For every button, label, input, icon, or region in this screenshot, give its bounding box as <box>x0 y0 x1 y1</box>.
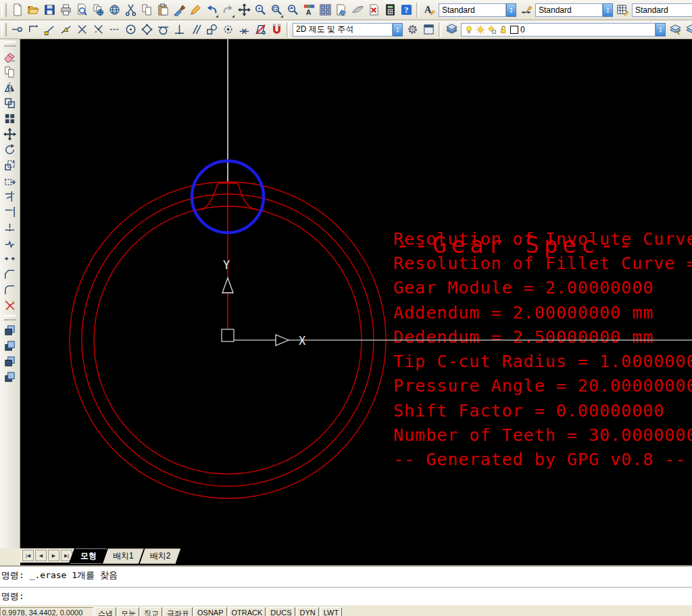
save-button[interactable] <box>41 1 57 19</box>
paste-button[interactable] <box>155 1 171 19</box>
temporary-track-point-button[interactable] <box>9 21 25 39</box>
zoom-previous-button[interactable] <box>285 1 301 19</box>
table-style-button[interactable] <box>614 1 631 19</box>
markup-set-manager-button[interactable] <box>366 1 382 19</box>
layer-previous-button[interactable] <box>683 21 692 39</box>
grid-toggle[interactable]: 모눈 <box>118 607 139 616</box>
drawing-canvas[interactable]: --Gear Spec-- Resolution of Involute Cur… <box>20 39 692 548</box>
toolbar-grip[interactable] <box>1 23 7 37</box>
snap-toggle[interactable]: 스냅 <box>95 607 116 616</box>
undo-button[interactable] <box>203 1 220 19</box>
break-button[interactable] <box>1 235 19 251</box>
table-style-combo[interactable]: Standard ▲▼ <box>632 3 692 17</box>
draworder-under-button[interactable] <box>1 369 19 385</box>
snap-extension-button[interactable] <box>106 21 122 39</box>
new-button[interactable] <box>9 1 25 19</box>
dim-style-spinner[interactable]: ▲▼ <box>603 3 613 17</box>
draworder-front-button[interactable] <box>1 323 19 338</box>
break-at-point-button[interactable] <box>1 220 19 235</box>
toolbar-grip[interactable] <box>1 3 7 17</box>
quickcalc-button[interactable] <box>382 1 398 19</box>
draworder-above-button[interactable] <box>1 354 19 369</box>
layer-combo[interactable]: 0 ▲▼ <box>461 23 666 37</box>
layer-properties-button[interactable] <box>443 21 460 39</box>
stretch-button[interactable] <box>1 173 19 189</box>
open-button[interactable] <box>25 1 41 19</box>
match-properties-button[interactable] <box>171 1 187 19</box>
trim-button[interactable] <box>1 189 19 204</box>
rotate-button[interactable] <box>1 142 19 158</box>
dyn-toggle[interactable]: DYN <box>297 607 319 616</box>
array-button[interactable] <box>1 111 19 126</box>
layer-sun-icon[interactable] <box>476 25 485 34</box>
copy-button[interactable] <box>139 1 155 19</box>
tool-palettes-button[interactable] <box>333 1 349 19</box>
draworder-back-button[interactable] <box>1 338 19 354</box>
tab-layout2[interactable]: 배치2 <box>140 548 181 564</box>
toolbar-grip[interactable] <box>4 315 16 321</box>
3d-dwf-button[interactable] <box>106 1 122 19</box>
copy-object-button[interactable] <box>1 64 19 80</box>
designcenter-button[interactable] <box>317 1 333 19</box>
zoom-realtime-button[interactable] <box>252 1 268 19</box>
fillet-button[interactable] <box>1 282 19 298</box>
ducs-toggle[interactable]: DUCS <box>267 607 295 616</box>
snap-apparent-intersection-button[interactable] <box>90 21 106 39</box>
workspace-save-button[interactable] <box>420 21 437 39</box>
osnap-settings-button[interactable] <box>268 21 285 39</box>
snap-node-button[interactable] <box>220 21 236 39</box>
plot-button[interactable] <box>57 1 74 19</box>
pan-button[interactable] <box>236 1 252 19</box>
layer-viewport-freeze-icon[interactable] <box>487 25 497 34</box>
layer-spinner[interactable]: ▲▼ <box>656 23 666 37</box>
snap-none-button[interactable] <box>252 21 268 39</box>
join-button[interactable] <box>1 251 19 266</box>
text-style-button[interactable] <box>421 1 437 19</box>
coordinate-display[interactable]: 0.9978, 34.4402, 0.0000 <box>0 607 93 616</box>
erase-button[interactable] <box>1 49 19 64</box>
text-style-spinner[interactable]: ▲▼ <box>506 3 516 17</box>
otrack-toggle[interactable]: OTRACK <box>228 607 266 616</box>
ortho-toggle[interactable]: 직교 <box>141 607 162 616</box>
workspace-settings-button[interactable] <box>404 21 420 39</box>
osnap-toggle[interactable]: OSNAP <box>194 607 227 616</box>
tab-next-button[interactable]: ▶ <box>48 550 59 561</box>
polar-toggle[interactable]: 극좌표 <box>164 607 193 616</box>
layer-bulb-icon[interactable] <box>464 25 474 34</box>
snap-center-button[interactable] <box>122 21 139 39</box>
toolbar-grip[interactable] <box>4 41 16 47</box>
sheet-set-manager-button[interactable] <box>349 1 366 19</box>
properties-palette-button[interactable] <box>301 1 317 19</box>
tab-model[interactable]: 모형 <box>70 548 107 564</box>
tab-first-button[interactable]: |◀ <box>22 550 34 561</box>
publish-button[interactable] <box>90 1 106 19</box>
snap-parallel-button[interactable] <box>187 21 203 39</box>
chamfer-button[interactable] <box>1 266 19 282</box>
dim-style-button[interactable] <box>518 1 534 19</box>
layer-lock-icon[interactable] <box>499 25 508 34</box>
block-editor-button[interactable] <box>187 1 203 19</box>
mirror-button[interactable] <box>1 80 19 95</box>
scale-button[interactable] <box>1 158 19 173</box>
help-button[interactable] <box>398 1 414 19</box>
snap-tangent-button[interactable] <box>155 21 171 39</box>
workspace-combo[interactable]: 2D 제도 및 주석 ▲▼ <box>293 23 403 37</box>
dim-style-combo[interactable]: Standard ▲▼ <box>535 3 613 17</box>
snap-insert-button[interactable] <box>203 21 220 39</box>
extend-button[interactable] <box>1 204 19 220</box>
snap-intersection-button[interactable] <box>74 21 90 39</box>
command-prompt-line[interactable]: 명령: <box>0 587 692 605</box>
plot-preview-button[interactable] <box>74 1 90 19</box>
lwt-toggle[interactable]: LWT <box>320 607 342 616</box>
snap-perpendicular-button[interactable] <box>171 21 187 39</box>
snap-quadrant-button[interactable] <box>139 21 155 39</box>
move-button[interactable] <box>1 126 19 142</box>
command-window[interactable]: 명령: _.erase 1개를 찾음 명령: <box>0 565 692 605</box>
text-style-combo[interactable]: Standard ▲▼ <box>439 3 516 17</box>
tab-layout1[interactable]: 배치1 <box>103 548 144 564</box>
snap-endpoint-button[interactable] <box>41 21 57 39</box>
tab-prev-button[interactable]: ◀ <box>35 550 47 561</box>
zoom-window-button[interactable] <box>268 1 285 19</box>
explode-button[interactable] <box>1 298 19 313</box>
tab-last-button[interactable]: ▶| <box>61 550 72 561</box>
